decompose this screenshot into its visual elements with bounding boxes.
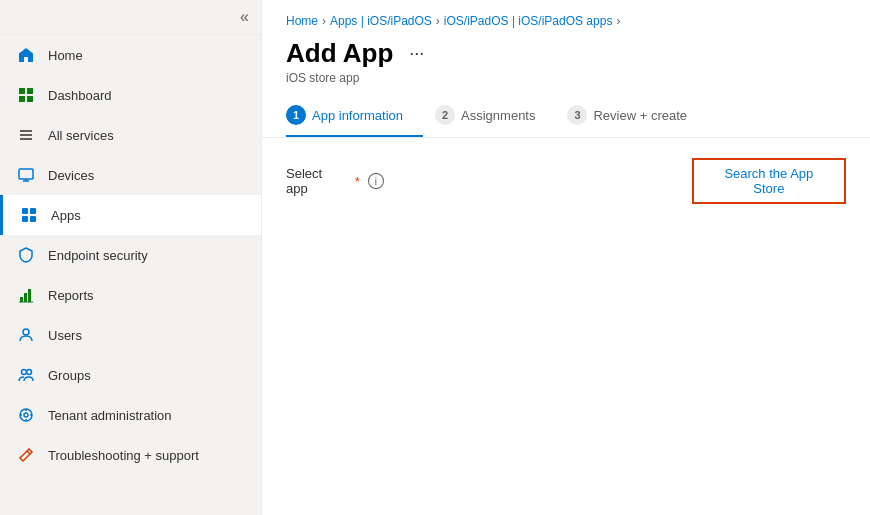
sidebar-item-groups[interactable]: Groups bbox=[0, 355, 261, 395]
svg-rect-1 bbox=[27, 88, 33, 94]
sidebar-item-devices[interactable]: Devices bbox=[0, 155, 261, 195]
tab-review-+-create[interactable]: 3Review + create bbox=[567, 95, 707, 137]
dashboard-icon bbox=[16, 85, 36, 105]
svg-rect-0 bbox=[19, 88, 25, 94]
endpoint-icon bbox=[16, 245, 36, 265]
select-app-row: Select app * i Search the App Store bbox=[286, 158, 846, 204]
collapse-button[interactable]: « bbox=[240, 8, 249, 26]
svg-rect-16 bbox=[28, 289, 31, 302]
svg-rect-15 bbox=[24, 293, 27, 302]
tab-num-2: 3 bbox=[567, 105, 587, 125]
svg-rect-2 bbox=[19, 96, 25, 102]
tab-num-1: 2 bbox=[435, 105, 455, 125]
tab-label-2: Review + create bbox=[593, 108, 687, 123]
page-subtitle: iOS store app bbox=[262, 69, 870, 95]
sidebar-item-home[interactable]: Home bbox=[0, 35, 261, 75]
sidebar-item-all-services[interactable]: All services bbox=[0, 115, 261, 155]
home-icon bbox=[16, 45, 36, 65]
svg-rect-7 bbox=[19, 169, 33, 179]
tabs-bar: 1App information2Assignments3Review + cr… bbox=[262, 95, 870, 138]
tab-num-0: 1 bbox=[286, 105, 306, 125]
sidebar-item-users[interactable]: Users bbox=[0, 315, 261, 355]
sidebar-label-dashboard: Dashboard bbox=[48, 88, 112, 103]
users-icon bbox=[16, 325, 36, 345]
required-marker: * bbox=[355, 174, 360, 189]
sidebar-label-all-services: All services bbox=[48, 128, 114, 143]
sidebar-item-trouble[interactable]: Troubleshooting + support bbox=[0, 435, 261, 475]
sidebar-label-users: Users bbox=[48, 328, 82, 343]
trouble-icon bbox=[16, 445, 36, 465]
sidebar-label-endpoint: Endpoint security bbox=[48, 248, 148, 263]
sidebar-item-endpoint[interactable]: Endpoint security bbox=[0, 235, 261, 275]
main-content: Home › Apps | iOS/iPadOS › iOS/iPadOS | … bbox=[262, 0, 870, 515]
tab-label-1: Assignments bbox=[461, 108, 535, 123]
sidebar-label-home: Home bbox=[48, 48, 83, 63]
select-app-label: Select app bbox=[286, 166, 347, 196]
svg-rect-12 bbox=[22, 216, 28, 222]
reports-icon bbox=[16, 285, 36, 305]
svg-rect-13 bbox=[30, 216, 36, 222]
svg-rect-14 bbox=[20, 297, 23, 302]
breadcrumb: Home › Apps | iOS/iPadOS › iOS/iPadOS | … bbox=[262, 0, 870, 34]
sidebar-label-tenant: Tenant administration bbox=[48, 408, 172, 423]
svg-rect-11 bbox=[30, 208, 36, 214]
sidebar-label-apps: Apps bbox=[51, 208, 81, 223]
sidebar-label-groups: Groups bbox=[48, 368, 91, 383]
page-title: Add App bbox=[286, 38, 393, 69]
all-services-icon bbox=[16, 125, 36, 145]
svg-point-20 bbox=[27, 370, 32, 375]
sidebar-header: « bbox=[0, 0, 261, 35]
svg-line-27 bbox=[27, 451, 30, 454]
sidebar-item-reports[interactable]: Reports bbox=[0, 275, 261, 315]
sidebar-item-apps[interactable]: Apps bbox=[0, 195, 261, 235]
sidebar: « HomeDashboardAll servicesDevicesAppsEn… bbox=[0, 0, 262, 515]
sidebar-item-tenant[interactable]: Tenant administration bbox=[0, 395, 261, 435]
more-options-button[interactable]: ··· bbox=[405, 39, 428, 68]
sidebar-item-dashboard[interactable]: Dashboard bbox=[0, 75, 261, 115]
breadcrumb-apps-ios[interactable]: Apps | iOS/iPadOS bbox=[330, 14, 432, 28]
sidebar-label-reports: Reports bbox=[48, 288, 94, 303]
sidebar-label-trouble: Troubleshooting + support bbox=[48, 448, 199, 463]
groups-icon bbox=[16, 365, 36, 385]
tab-label-0: App information bbox=[312, 108, 403, 123]
devices-icon bbox=[16, 165, 36, 185]
tab-assignments[interactable]: 2Assignments bbox=[435, 95, 555, 137]
svg-point-18 bbox=[23, 329, 29, 335]
sidebar-label-devices: Devices bbox=[48, 168, 94, 183]
tenant-icon bbox=[16, 405, 36, 425]
apps-icon bbox=[19, 205, 39, 225]
breadcrumb-home[interactable]: Home bbox=[286, 14, 318, 28]
search-app-store-button[interactable]: Search the App Store bbox=[692, 158, 846, 204]
content-area: Select app * i Search the App Store bbox=[262, 138, 870, 515]
info-icon[interactable]: i bbox=[368, 173, 384, 189]
svg-rect-10 bbox=[22, 208, 28, 214]
svg-point-22 bbox=[24, 413, 28, 417]
page-header: Add App ··· bbox=[262, 34, 870, 69]
tab-app-information[interactable]: 1App information bbox=[286, 95, 423, 137]
breadcrumb-ios-apps[interactable]: iOS/iPadOS | iOS/iPadOS apps bbox=[444, 14, 613, 28]
svg-rect-3 bbox=[27, 96, 33, 102]
